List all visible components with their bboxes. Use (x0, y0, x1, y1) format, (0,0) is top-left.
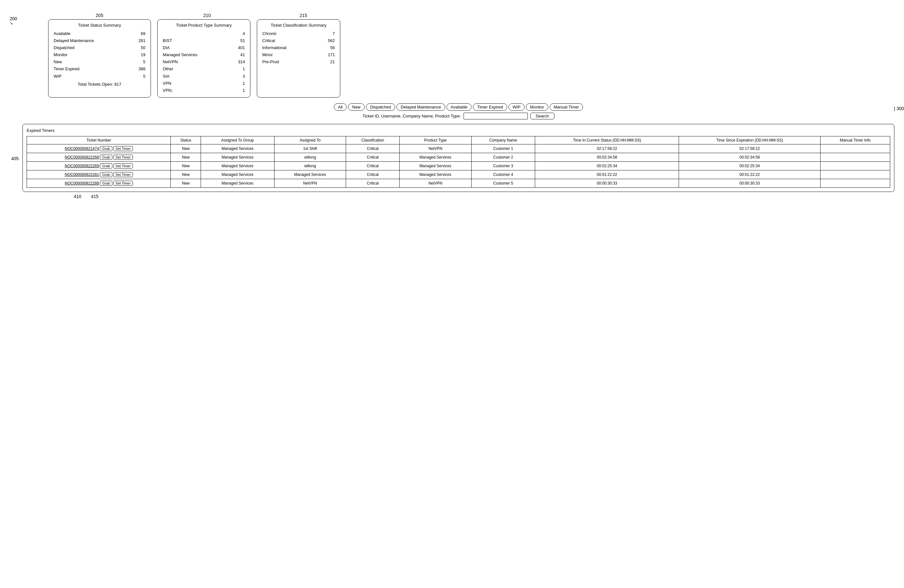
table-cell: NetVPN (399, 144, 471, 153)
table-cell (820, 179, 890, 187)
filter-btn-delayed-maintenance[interactable]: Delayed Maintenance (397, 103, 445, 111)
filter-buttons-row: AllNewDispatchedDelayed MaintenanceAvail… (334, 103, 583, 111)
product-summary-row: 4 (163, 30, 245, 37)
set-timer-button[interactable]: Set Timer (113, 146, 133, 151)
table-header: Assigned To (274, 136, 346, 144)
status-summary-row: Delayed Maintenance281 (54, 37, 145, 44)
set-timer-button[interactable]: Set Timer (113, 181, 133, 186)
search-button[interactable]: Search (530, 113, 555, 119)
table-cell: Managed Services (201, 170, 275, 179)
main-panel: Expired Timers Ticket NumberStatusAssign… (22, 124, 895, 192)
set-timer-button[interactable]: Set Timer (113, 155, 133, 160)
product-summary-row: DIA401 (163, 44, 245, 51)
table-cell (820, 144, 890, 153)
product-summary-row: Other1 (163, 65, 245, 73)
status-summary-row: Dispatched50 (54, 44, 145, 51)
status-summary-title: Ticket Status Summary (54, 23, 145, 28)
table-cell: 1st Shift (274, 144, 346, 153)
product-summary-row: BIST51 (163, 37, 245, 44)
table-cell: Critical (346, 170, 400, 179)
status-summary-row: Monitor19 (54, 51, 145, 58)
table-cell: 00:00:30:33 (679, 179, 820, 187)
product-summary-row: Managed Services41 (163, 51, 245, 58)
table-cell: 00:00:30:33 (535, 179, 679, 187)
table-cell: Managed Services (201, 153, 275, 161)
filter-btn-manual-timer[interactable]: Manual Timer (550, 103, 583, 111)
table-cell (820, 161, 890, 170)
label-405: 405 (11, 156, 19, 161)
table-cell: New (171, 153, 201, 161)
status-summary-row: New5 (54, 58, 145, 65)
label-410: 410 (74, 194, 81, 199)
grab-button[interactable]: Grab (100, 146, 112, 151)
status-summary-row: Available69 (54, 30, 145, 37)
filter-btn-all[interactable]: All (334, 103, 347, 111)
panel-title: Expired Timers (27, 128, 890, 133)
label-300: } 300 (894, 106, 904, 111)
table-cell: Critical (346, 161, 400, 170)
status-summary-row: Timer Expired388 (54, 65, 145, 73)
ticket-number-link[interactable]: NOC000000822268 (65, 155, 99, 160)
table-cell: Customer 2 (471, 153, 535, 161)
table-header: Ticket Number (27, 136, 171, 144)
table-header: Time Since Expiration (DD:HH:MM:SS) (679, 136, 820, 144)
status-summary-box: Ticket Status Summary Available69Delayed… (48, 19, 151, 98)
product-summary-row: VPN;1 (163, 87, 245, 94)
ticket-number-cell: NOC000000822268GrabSet Timer (27, 153, 171, 161)
search-input[interactable] (463, 113, 528, 119)
table-header: Classification (346, 136, 400, 144)
label-205: 205 (96, 13, 103, 18)
filter-btn-available[interactable]: Available (447, 103, 472, 111)
status-total: Total Tickets Open: 817 (54, 82, 145, 87)
ticket-number-link[interactable]: NOC000000822281 (65, 172, 99, 177)
table-cell: Customer 3 (471, 161, 535, 170)
table-cell: Managed Services (399, 153, 471, 161)
ticket-number-link[interactable]: NOC000000821474 (65, 146, 99, 151)
table-header: Status (171, 136, 201, 144)
ticket-number-link[interactable]: NOC000000822288 (65, 181, 99, 185)
set-timer-button[interactable]: Set Timer (113, 163, 133, 169)
table-cell: 00:02:25:34 (679, 161, 820, 170)
table-row: NOC000000822268GrabSet TimerNewManaged S… (27, 153, 890, 161)
table-cell: Critical (346, 179, 400, 187)
table-row: NOC000000822288GrabSet TimerNewManaged S… (27, 179, 890, 187)
grab-button[interactable]: Grab (100, 155, 112, 160)
ticket-number-cell: NOC000000821474GrabSet Timer (27, 144, 171, 153)
classification-summary-row: Critical562 (262, 37, 335, 44)
table-cell: NetVPN (399, 179, 471, 187)
table-row: NOC000000822281GrabSet TimerNewManaged S… (27, 170, 890, 179)
grab-button[interactable]: Grab (100, 172, 112, 177)
set-timer-button[interactable]: Set Timer (113, 172, 133, 177)
filter-btn-timer-expired[interactable]: Timer Expired (473, 103, 507, 111)
label-210: 210 (203, 13, 210, 18)
status-summary-row: WIP5 (54, 73, 145, 80)
table-cell: New (171, 161, 201, 170)
table-cell (820, 153, 890, 161)
table-header: Product Type (399, 136, 471, 144)
label-215: 215 (300, 13, 307, 18)
filter-btn-dispatched[interactable]: Dispatched (366, 103, 395, 111)
label-415: 415 (91, 194, 98, 199)
table-cell: Managed Services (201, 179, 275, 187)
label-200: 200 (9, 16, 17, 21)
ticket-number-cell: NOC000000822281GrabSet Timer (27, 170, 171, 179)
filter-btn-new[interactable]: New (348, 103, 365, 111)
filter-btn-monitor[interactable]: Monitor (526, 103, 548, 111)
ticket-number-cell: NOC000000822288GrabSet Timer (27, 179, 171, 187)
table-cell: 00:01:22:22 (535, 170, 679, 179)
product-summary-row: SIA3 (163, 73, 245, 80)
ticket-number-link[interactable]: NOC000000822269 (65, 164, 99, 168)
table-cell: Customer 4 (471, 170, 535, 179)
grab-button[interactable]: Grab (100, 163, 112, 169)
table-cell: Managed Services (399, 170, 471, 179)
grab-button[interactable]: Grab (100, 181, 112, 186)
classification-summary-row: Pre-Prod21 (262, 58, 335, 65)
table-cell: 00:02:34:58 (679, 153, 820, 161)
product-summary-row: VPN1 (163, 80, 245, 87)
table-cell: Managed Services (274, 170, 346, 179)
table-header: Company Name (471, 136, 535, 144)
ticket-number-cell: NOC000000822269GrabSet Timer (27, 161, 171, 170)
table-header: Time In Current Status (DD:HH:MM:SS) (535, 136, 679, 144)
filter-btn-wip[interactable]: WIP (509, 103, 525, 111)
table-cell: 00:02:34:58 (535, 153, 679, 161)
